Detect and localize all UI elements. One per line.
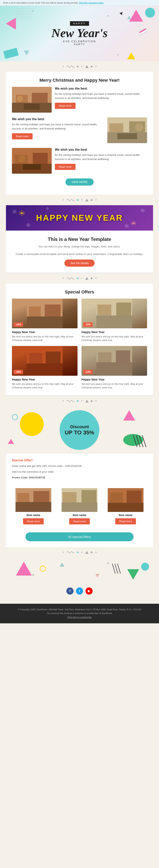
item-button-1[interactable]: Read more <box>23 518 44 524</box>
deco-circle-4 <box>77 400 79 402</box>
item-card-3: Item name Read more <box>104 488 147 524</box>
svg-rect-37 <box>27 316 62 328</box>
pink-triangle-left <box>6 18 16 30</box>
svg-rect-49 <box>97 362 132 376</box>
discount-text1: Discount <box>70 424 89 429</box>
deco-row-5: + + + <box>0 547 159 558</box>
deco-plus-7: + <box>62 276 64 280</box>
twitter-icon[interactable]: t <box>76 587 83 595</box>
block2-title: We wish you the best <box>12 117 104 121</box>
ny-banner: ❄ ❄ ❄ ❄ ❄ <box>6 205 153 230</box>
svg-rect-46 <box>29 353 42 363</box>
youtube-icon[interactable]: ▶ <box>85 587 92 595</box>
pink-triangle-top-right <box>129 10 143 22</box>
offer-badge-3: -18% <box>14 370 23 374</box>
hero-subtitle: EVE CELEBRATION PARTY <box>51 40 108 46</box>
offer-badge-2: -15% <box>83 322 92 327</box>
deco-plus-14: + <box>81 550 83 555</box>
deco-wave-4 <box>67 400 75 403</box>
discount-text2: UP TO 35% <box>65 429 94 436</box>
facebook-icon[interactable]: f <box>67 587 74 595</box>
block3-read-more[interactable]: Read more <box>55 164 76 170</box>
template-text1: You can edit it to your liking, change t… <box>12 244 147 249</box>
block2-read-more[interactable]: Read more <box>12 133 33 140</box>
block3-title: We wish you the best <box>55 148 147 152</box>
discount-section: Discount UP TO 35% <box>0 406 159 454</box>
deco-circle-3 <box>77 278 79 279</box>
view-more-button[interactable]: VIEW MORE <box>65 179 94 186</box>
plus-deco-3: + <box>107 14 109 18</box>
svg-rect-51 <box>116 350 130 362</box>
pre-footer-teal-tri <box>60 563 64 567</box>
item-button-2[interactable]: Read more <box>69 518 90 524</box>
deco-row-3: + + + <box>0 273 159 283</box>
offer-card-2: -15% Happy New Year We wish you peace an… <box>81 299 147 342</box>
svg-rect-63 <box>81 490 97 502</box>
see-details-button[interactable]: See the details <box>64 259 95 267</box>
hero-main-title: New Year's <box>51 27 108 39</box>
pink-tri-left <box>8 439 14 444</box>
svg-rect-39 <box>45 305 61 316</box>
item-name-2: Item name <box>58 514 101 517</box>
content-image-2 <box>107 117 147 143</box>
black-lines-deco <box>131 435 147 448</box>
pre-footer-yellow-circle <box>40 566 46 571</box>
content-text-1: We wish you the best for the coming holi… <box>55 87 147 109</box>
deco-plus-9: + <box>95 276 97 280</box>
pre-footer-teal-circle <box>141 563 149 570</box>
svg-rect-65 <box>108 503 143 512</box>
offer-image-1: -10% <box>12 299 78 328</box>
content-block-2: We wish you the best for the coming holi… <box>12 117 147 143</box>
content-text-3: We wish you the best for the coming holi… <box>55 148 147 170</box>
pre-footer-pink-tri <box>16 562 32 576</box>
template-text2: Create a memorable email template and se… <box>12 252 147 256</box>
yellow-shape <box>20 412 44 436</box>
eraser-decoration <box>139 28 148 35</box>
svg-rect-8 <box>109 123 123 132</box>
svg-point-10 <box>135 123 143 131</box>
deco-plus-5: + <box>81 198 83 202</box>
svg-rect-57 <box>16 502 51 512</box>
offers-grid: -10% Happy New Year We wish you peace an… <box>12 299 147 390</box>
offer-badge-1: -10% <box>14 322 23 327</box>
block1-title: We wish you the best <box>55 87 147 90</box>
preview-bar: Enter a short description of your email.… <box>0 0 159 6</box>
offer-text-1: We wish you peace and joy on this holy n… <box>12 335 78 342</box>
svg-rect-61 <box>62 502 97 512</box>
svg-rect-50 <box>98 352 111 362</box>
item-button-3[interactable]: Read more <box>115 518 136 524</box>
ny-banner-text: HAPPY NEW YEAR <box>10 213 149 223</box>
svg-line-31 <box>134 223 136 225</box>
special-offer-line1: Order online and get 35% OFF. Promo code… <box>12 464 147 468</box>
view-online-link[interactable]: View this message online <box>79 2 104 4</box>
item-name-3: Item name <box>104 514 147 517</box>
block1-read-more[interactable]: Read more <box>55 103 76 109</box>
dots-decoration <box>16 8 32 20</box>
deco-row-1: + + + <box>0 61 159 72</box>
items-section: Item name Read more Item name Read more … <box>6 486 153 530</box>
preview-text: Enter a short description of your email.… <box>3 2 78 4</box>
view-more-section: VIEW MORE <box>12 179 147 186</box>
snowflake-3: ❄ <box>26 222 31 228</box>
deco-plus-11: + <box>81 399 83 403</box>
offer-card-3: -18% Happy New Year We wish you peace an… <box>12 346 78 390</box>
deco-plus-2: + <box>81 64 83 69</box>
offer-title-3: Happy New Year <box>12 378 78 381</box>
offer-title-1: Happy New Year <box>12 330 78 334</box>
footer-copyright: © Copyright, 2020. SendPulse • Mill Mall… <box>6 608 153 612</box>
unsubscribe-link[interactable]: Click here to unsubscribe <box>67 616 92 618</box>
discount-circle: Discount UP TO 35% <box>60 410 99 450</box>
section1-heading: Merry Christmas and Happy New Year! <box>12 78 147 83</box>
deco-plus-8: + <box>81 276 83 280</box>
special-offer-line2: Add it to the comments of your order. <box>12 470 147 474</box>
svg-rect-59 <box>33 491 49 502</box>
deco-plus-13: + <box>62 550 64 555</box>
all-offers-button[interactable]: All Special Offers <box>25 532 134 541</box>
offer-text-2: We wish you peace and joy on this holy n… <box>81 335 147 342</box>
deco-diamond-1 <box>91 66 92 67</box>
deco-tri-1 <box>85 65 88 68</box>
content-block-1: We wish you the best for the coming holi… <box>12 87 147 113</box>
deco-plus-6: + <box>95 198 97 202</box>
pre-footer-green-tri <box>127 569 139 580</box>
content-block-3: We wish you the best for the coming holi… <box>12 148 147 174</box>
